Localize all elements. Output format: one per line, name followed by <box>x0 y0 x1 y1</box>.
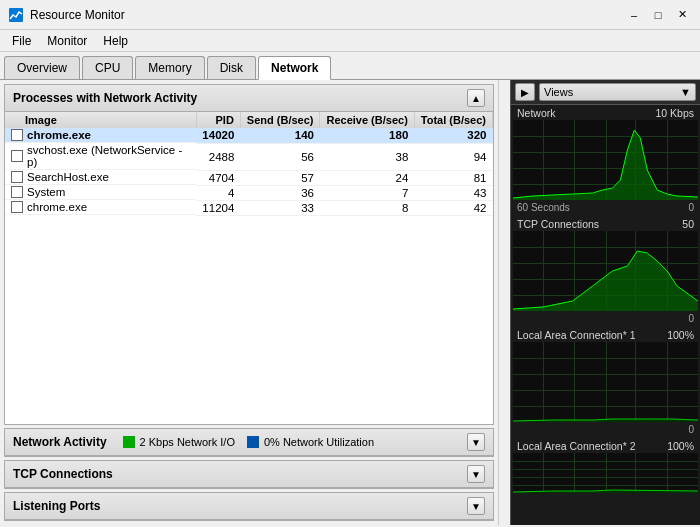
tcp-section-header[interactable]: TCP Connections ▼ <box>5 461 493 488</box>
cell-pid: 2488 <box>196 143 240 170</box>
views-button[interactable]: Views ▼ <box>539 83 696 101</box>
listening-ports-header[interactable]: Listening Ports ▼ <box>5 493 493 520</box>
minimize-button[interactable]: – <box>624 5 644 25</box>
menu-file[interactable]: File <box>4 32 39 50</box>
legend-util-color <box>247 436 259 448</box>
graph-tcp-label: TCP Connections <box>517 218 599 230</box>
image-name: System <box>27 186 65 198</box>
scrollbar[interactable] <box>498 80 510 525</box>
tab-cpu[interactable]: CPU <box>82 56 133 79</box>
graph-tcp: TCP Connections 50 0 <box>511 216 700 327</box>
graph-local1-bottom: 0 <box>511 424 700 438</box>
svg-rect-0 <box>9 8 23 22</box>
table-row[interactable]: chrome.exe 14020 140 180 320 <box>5 128 493 143</box>
menu-monitor[interactable]: Monitor <box>39 32 95 50</box>
legend-io-color <box>123 436 135 448</box>
table-row[interactable]: svchost.exe (NetworkService -p) 2488 56 … <box>5 143 493 170</box>
tab-disk[interactable]: Disk <box>207 56 256 79</box>
tab-overview[interactable]: Overview <box>4 56 80 79</box>
graph-local1-label-row: Local Area Connection* 1 100% <box>511 327 700 342</box>
title-bar-text: Resource Monitor <box>30 8 624 22</box>
row-checkbox[interactable] <box>11 171 23 183</box>
cell-send: 57 <box>240 170 320 185</box>
cell-receive: 38 <box>320 143 414 170</box>
maximize-button[interactable]: □ <box>648 5 668 25</box>
table-row[interactable]: System 4 36 7 43 <box>5 185 493 200</box>
row-checkbox[interactable] <box>11 201 23 213</box>
graph-tcp-value: 50 <box>682 218 694 230</box>
cell-send: 36 <box>240 185 320 200</box>
process-section-header[interactable]: Processes with Network Activity ▲ <box>5 85 493 112</box>
process-section: Processes with Network Activity ▲ Image … <box>4 84 494 425</box>
process-table: Image PID Send (B/sec) Receive (B/sec) T… <box>5 112 493 216</box>
tab-bar: Overview CPU Memory Disk Network <box>0 52 700 80</box>
cell-receive: 180 <box>320 128 414 143</box>
graph-tcp-bottom: 0 <box>511 313 700 327</box>
svg-marker-2 <box>513 251 698 311</box>
legend-io: 2 Kbps Network I/O <box>123 436 235 448</box>
menu-help[interactable]: Help <box>95 32 136 50</box>
row-checkbox[interactable] <box>11 150 23 162</box>
graph-network-bottom-right: 0 <box>688 202 694 213</box>
graph-network-svg <box>513 120 698 200</box>
cell-image: chrome.exe <box>5 128 196 143</box>
graph-tcp-label-row: TCP Connections 50 <box>511 216 700 231</box>
graph-network-value: 10 Kbps <box>655 107 694 119</box>
graph-network-canvas <box>513 120 698 200</box>
listening-ports-section: Listening Ports ▼ <box>4 492 494 521</box>
tab-memory[interactable]: Memory <box>135 56 204 79</box>
views-label: Views <box>544 86 573 98</box>
graph-local1: Local Area Connection* 1 100% 0 <box>511 327 700 438</box>
cell-send: 140 <box>240 128 320 143</box>
graph-local1-value: 100% <box>667 329 694 341</box>
title-bar: Resource Monitor – □ ✕ <box>0 0 700 30</box>
graph-network-label-row: Network 10 Kbps <box>511 105 700 120</box>
graph-local2-canvas <box>513 453 698 493</box>
cell-total: 94 <box>414 143 492 170</box>
col-image[interactable]: Image <box>5 112 196 128</box>
graph-tcp-bottom-right: 0 <box>688 313 694 324</box>
cell-send: 33 <box>240 200 320 215</box>
views-dropdown-icon: ▼ <box>680 86 691 98</box>
cell-pid: 4704 <box>196 170 240 185</box>
main-content: Processes with Network Activity ▲ Image … <box>0 80 700 525</box>
graph-local2-value: 100% <box>667 440 694 452</box>
tab-network[interactable]: Network <box>258 56 331 80</box>
graph-network-bottom: 60 Seconds 0 <box>511 202 700 216</box>
row-checkbox[interactable] <box>11 129 23 141</box>
app-icon <box>8 7 24 23</box>
network-activity-header[interactable]: Network Activity 2 Kbps Network I/O 0% N… <box>5 429 493 456</box>
col-receive[interactable]: Receive (B/sec) <box>320 112 414 128</box>
col-total[interactable]: Total (B/sec) <box>414 112 492 128</box>
graph-network-bottom-left: 60 Seconds <box>517 202 570 213</box>
network-activity-section: Network Activity 2 Kbps Network I/O 0% N… <box>4 428 494 457</box>
close-button[interactable]: ✕ <box>672 5 692 25</box>
listening-ports-collapse-button[interactable]: ▼ <box>467 497 485 515</box>
image-name: svchost.exe (NetworkService -p) <box>27 144 190 168</box>
cell-image: chrome.exe <box>5 200 196 215</box>
listening-ports-title: Listening Ports <box>13 499 100 513</box>
table-row[interactable]: chrome.exe 11204 33 8 42 <box>5 200 493 215</box>
col-send[interactable]: Send (B/sec) <box>240 112 320 128</box>
menu-bar: File Monitor Help <box>0 30 700 52</box>
row-checkbox[interactable] <box>11 186 23 198</box>
network-activity-collapse-button[interactable]: ▼ <box>467 433 485 451</box>
tcp-section-title: TCP Connections <box>13 467 113 481</box>
cell-total: 81 <box>414 170 492 185</box>
network-activity-title: Network Activity <box>13 435 107 449</box>
tcp-collapse-button[interactable]: ▼ <box>467 465 485 483</box>
table-row[interactable]: SearchHost.exe 4704 57 24 81 <box>5 170 493 185</box>
graph-local1-canvas <box>513 342 698 422</box>
cell-total: 320 <box>414 128 492 143</box>
col-pid[interactable]: PID <box>196 112 240 128</box>
graph-local1-label: Local Area Connection* 1 <box>517 329 636 341</box>
graph-local2: Local Area Connection* 2 100% <box>511 438 700 495</box>
graph-local2-label-row: Local Area Connection* 2 100% <box>511 438 700 453</box>
cell-image: System <box>5 185 196 200</box>
cell-send: 56 <box>240 143 320 170</box>
cell-total: 43 <box>414 185 492 200</box>
right-nav-button[interactable]: ▶ <box>515 83 535 101</box>
process-collapse-button[interactable]: ▲ <box>467 89 485 107</box>
tcp-connections-section: TCP Connections ▼ <box>4 460 494 489</box>
graph-local2-svg <box>513 453 698 493</box>
